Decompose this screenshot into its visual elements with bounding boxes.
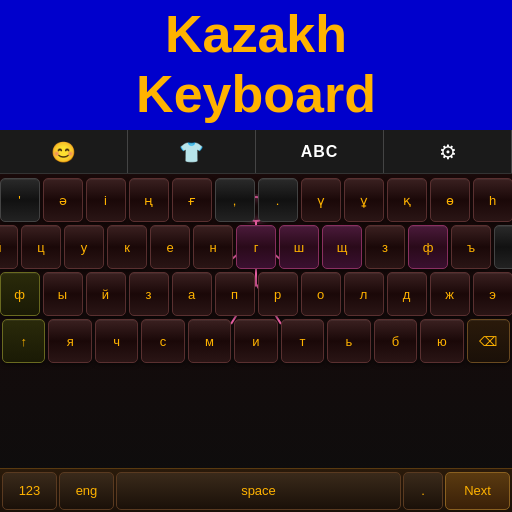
key-u[interactable]: ұ bbox=[344, 178, 384, 222]
key-z[interactable]: з bbox=[365, 225, 405, 269]
emoji-button[interactable]: 😊 bbox=[0, 130, 128, 173]
key-n[interactable]: н bbox=[193, 225, 233, 269]
key-sh[interactable]: ш bbox=[279, 225, 319, 269]
key-row-3: ф ы й з а п р о л д ж э bbox=[2, 272, 510, 316]
key-f2[interactable]: ф bbox=[0, 272, 40, 316]
key-r[interactable]: р bbox=[258, 272, 298, 316]
abc-label: ABC bbox=[301, 143, 339, 161]
key-l[interactable]: л bbox=[344, 272, 384, 316]
key-row-1: ' ə i ң ғ , . ү ұ қ ө h bbox=[2, 178, 510, 222]
key-shch[interactable]: щ bbox=[322, 225, 362, 269]
key-row-4: ↑ я ч с м и т ь б ю ⌫ bbox=[2, 319, 510, 363]
key-slash[interactable]: / bbox=[494, 225, 512, 269]
key-b[interactable]: б bbox=[374, 319, 417, 363]
key-q[interactable]: қ bbox=[387, 178, 427, 222]
abc-button[interactable]: ABC bbox=[256, 130, 384, 173]
key-h[interactable]: h bbox=[473, 178, 513, 222]
key-g[interactable]: г bbox=[236, 225, 276, 269]
key-z2[interactable]: з bbox=[129, 272, 169, 316]
key-s[interactable]: с bbox=[141, 319, 184, 363]
toolbar: 😊 👕 ABC ⚙ bbox=[0, 130, 512, 174]
key-yu[interactable]: ю bbox=[420, 319, 463, 363]
key-rows: ' ə i ң ғ , . ү ұ қ ө h й ц у к е н г ш … bbox=[0, 174, 512, 512]
key-i2[interactable]: и bbox=[234, 319, 277, 363]
key-ts[interactable]: ц bbox=[21, 225, 61, 269]
key-ng[interactable]: ң bbox=[129, 178, 169, 222]
key-j[interactable]: й bbox=[0, 225, 18, 269]
key-a[interactable]: а bbox=[172, 272, 212, 316]
key-jj[interactable]: й bbox=[86, 272, 126, 316]
key-comma[interactable]: , bbox=[215, 178, 255, 222]
key-gh[interactable]: ғ bbox=[172, 178, 212, 222]
key-ch[interactable]: ч bbox=[95, 319, 138, 363]
key-t[interactable]: т bbox=[281, 319, 324, 363]
key-dot[interactable]: . bbox=[258, 178, 298, 222]
key-i[interactable]: i bbox=[86, 178, 126, 222]
keyboard-area: ' ə i ң ғ , . ү ұ қ ө h й ц у к е н г ш … bbox=[0, 174, 512, 512]
key-o[interactable]: о bbox=[301, 272, 341, 316]
key-zh[interactable]: ж bbox=[430, 272, 470, 316]
key-d[interactable]: д bbox=[387, 272, 427, 316]
delete-key[interactable]: ⌫ bbox=[467, 319, 510, 363]
key-m[interactable]: м bbox=[188, 319, 231, 363]
key-y[interactable]: ы bbox=[43, 272, 83, 316]
key-p[interactable]: п bbox=[215, 272, 255, 316]
key-k[interactable]: к bbox=[107, 225, 147, 269]
theme-button[interactable]: 👕 bbox=[128, 130, 256, 173]
key-ya[interactable]: я bbox=[48, 319, 91, 363]
settings-icon: ⚙ bbox=[439, 140, 457, 164]
key-f[interactable]: ф bbox=[408, 225, 448, 269]
app-title: KazakhKeyboard bbox=[136, 5, 376, 125]
key-e[interactable]: э bbox=[473, 272, 513, 316]
key-row-2: й ц у к е н г ш щ з ф ъ / bbox=[2, 225, 510, 269]
shift-key[interactable]: ↑ bbox=[2, 319, 45, 363]
key-e-schwa[interactable]: ə bbox=[43, 178, 83, 222]
key-hard-sign[interactable]: ъ bbox=[451, 225, 491, 269]
key-oe[interactable]: ө bbox=[430, 178, 470, 222]
key-soft-sign[interactable]: ь bbox=[327, 319, 370, 363]
shirt-icon: 👕 bbox=[179, 140, 204, 164]
emoji-icon: 😊 bbox=[51, 140, 76, 164]
header: KazakhKeyboard bbox=[0, 0, 512, 130]
key-u2[interactable]: у bbox=[64, 225, 104, 269]
settings-button[interactable]: ⚙ bbox=[384, 130, 512, 173]
key-backtick[interactable]: ' bbox=[0, 178, 40, 222]
key-uu[interactable]: ү bbox=[301, 178, 341, 222]
key-ye[interactable]: е bbox=[150, 225, 190, 269]
